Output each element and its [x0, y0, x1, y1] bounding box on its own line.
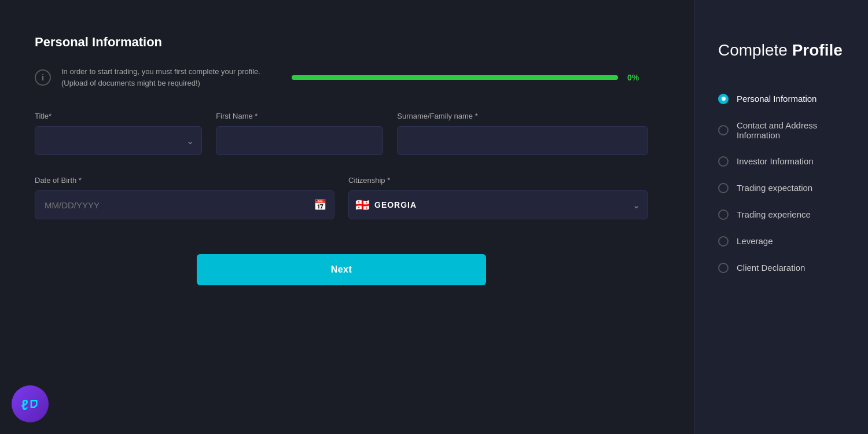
form-row-1: Title* Mr Mrs Ms Dr ⌄ First Name * [35, 112, 648, 155]
sidebar-radio-contact [718, 125, 729, 135]
info-icon: i [35, 69, 51, 86]
next-btn-container: Next [35, 254, 648, 285]
svg-text:ℓ: ℓ [21, 397, 28, 413]
info-bar: i In order to start trading, you must fi… [35, 66, 648, 89]
citizenship-wrapper: 🇬🇪 GEORGIA UNITED STATES UNITED KINGDOM … [348, 190, 648, 219]
dob-wrapper: 📅 [35, 190, 334, 219]
title-label: Title* [35, 112, 202, 120]
title-group: Title* Mr Mrs Ms Dr ⌄ [35, 112, 202, 155]
sidebar-radio-declaration [718, 263, 729, 273]
sidebar-item-trading-experience[interactable]: Trading experience [718, 201, 851, 228]
sidebar-title: Complete Profile [718, 41, 851, 60]
next-button[interactable]: Next [197, 254, 486, 285]
dob-group: Date of Birth * 📅 [35, 176, 334, 219]
page-title: Personal Information [35, 35, 648, 50]
sidebar-item-label-investor: Investor Information [737, 156, 814, 166]
sidebar-radio-leverage [718, 236, 729, 247]
progress-bar-track [292, 75, 618, 80]
form-section: Title* Mr Mrs Ms Dr ⌄ First Name * [35, 112, 648, 219]
sidebar-item-label-personal: Personal Information [737, 94, 816, 104]
dob-input[interactable] [35, 190, 334, 219]
title-select[interactable]: Mr Mrs Ms Dr [35, 126, 202, 155]
sidebar-title-bold: Profile [792, 41, 843, 59]
sidebar-radio-experience [718, 209, 729, 220]
form-row-2: Date of Birth * 📅 Citizenship * 🇬🇪 GEORG… [35, 176, 648, 219]
surname-group: Surname/Family name * [397, 112, 648, 155]
firstname-label: First Name * [216, 112, 383, 120]
sidebar-radio-expectation [718, 183, 729, 193]
citizenship-select[interactable]: GEORGIA UNITED STATES UNITED KINGDOM [348, 190, 648, 219]
surname-label: Surname/Family name * [397, 112, 648, 120]
citizenship-label: Citizenship * [348, 176, 648, 185]
sidebar-item-label-leverage: Leverage [737, 236, 773, 246]
sidebar-item-label-declaration: Client Declaration [737, 263, 805, 273]
surname-input[interactable] [397, 126, 648, 155]
sidebar-items: Personal Information Contact and Address… [718, 86, 851, 281]
progress-container: 0% [292, 73, 648, 82]
sidebar-item-leverage[interactable]: Leverage [718, 228, 851, 255]
title-select-wrapper: Mr Mrs Ms Dr ⌄ [35, 126, 202, 155]
sidebar-item-label-experience: Trading experience [737, 209, 811, 219]
main-content: Personal Information i In order to start… [0, 0, 694, 434]
info-text: In order to start trading, you must firs… [61, 66, 281, 89]
firstname-group: First Name * [216, 112, 383, 155]
progress-label: 0% [627, 73, 648, 82]
sidebar-item-personal-information[interactable]: Personal Information [718, 86, 851, 112]
firstname-input[interactable] [216, 126, 383, 155]
logo[interactable]: ℓ [12, 385, 49, 422]
sidebar-item-label-expectation: Trading expectation [737, 183, 812, 193]
sidebar-item-investor-information[interactable]: Investor Information [718, 148, 851, 175]
progress-bar-fill [292, 75, 618, 80]
citizenship-group: Citizenship * 🇬🇪 GEORGIA UNITED STATES U… [348, 176, 648, 219]
dob-label: Date of Birth * [35, 176, 334, 185]
sidebar-item-contact-address[interactable]: Contact and Address Information [718, 112, 851, 148]
sidebar-item-trading-expectation[interactable]: Trading expectation [718, 175, 851, 201]
sidebar-item-label-contact: Contact and Address Information [737, 120, 851, 140]
sidebar: Complete Profile Personal Information Co… [694, 0, 868, 434]
sidebar-item-client-declaration[interactable]: Client Declaration [718, 255, 851, 281]
sidebar-radio-investor [718, 156, 729, 167]
sidebar-title-normal: Complete [718, 41, 792, 59]
sidebar-radio-personal [718, 94, 729, 104]
